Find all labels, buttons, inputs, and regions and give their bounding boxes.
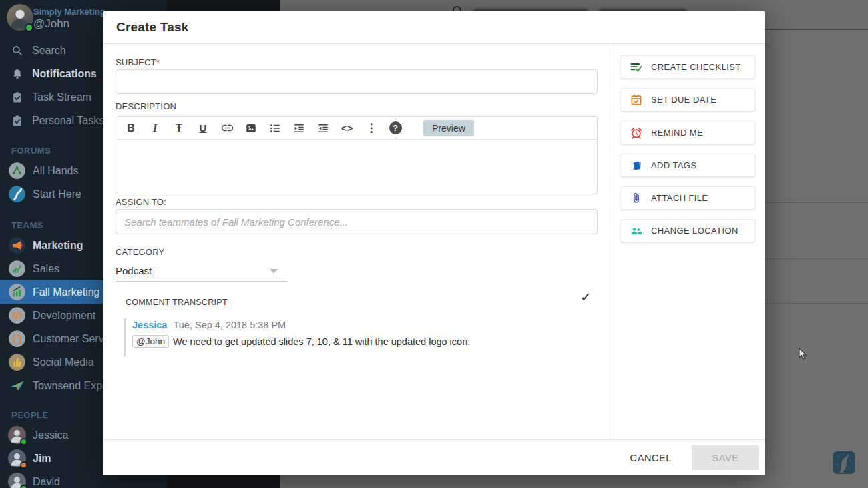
action-label: ATTACH FILE: [651, 193, 708, 203]
cancel-button[interactable]: CANCEL: [629, 447, 673, 469]
all-hands-icon: [8, 162, 26, 180]
comment-author-link[interactable]: Jessica: [132, 320, 167, 330]
help-button[interactable]: ?: [383, 118, 407, 138]
status-indicator: [20, 461, 27, 469]
thumb-up-icon: [8, 353, 26, 371]
sidebar-item-label: Sales: [33, 263, 59, 275]
remind-me-button[interactable]: REMIND ME: [620, 121, 755, 144]
bar-chart-icon: [8, 283, 26, 301]
description-editor: B I Ŧ U <> ⋮ ? Preview: [116, 116, 598, 194]
action-label: CREATE CHECKLIST: [651, 62, 741, 72]
comment-timestamp: Tue, Sep 4, 2018 5:38 PM: [173, 320, 286, 330]
indent-icon: [293, 122, 305, 134]
chevron-down-icon: [270, 269, 278, 274]
add-tags-button[interactable]: ADD TAGS: [620, 154, 755, 177]
link-button[interactable]: [215, 118, 239, 138]
more-button[interactable]: ⋮: [359, 118, 383, 138]
sidebar-item-label: Townsend Expo: [33, 380, 108, 392]
outdent-icon: [317, 122, 329, 134]
sidebar-item-label: Start Here: [33, 188, 81, 200]
description-label: DESCRIPTION: [116, 101, 176, 111]
action-label: SET DUE DATE: [651, 95, 716, 105]
bulleted-list-icon: [269, 122, 281, 134]
outdent-button[interactable]: [311, 118, 335, 138]
set-due-date-button[interactable]: SET DUE DATE: [620, 88, 755, 111]
action-label: REMIND ME: [651, 128, 703, 138]
start-here-icon: [8, 185, 26, 203]
sidebar-item-label: Jim: [33, 453, 51, 465]
sidebar-item-label: Jessica: [33, 429, 68, 441]
required-mark: *: [156, 57, 160, 67]
sidebar-item-label: Social Media: [33, 356, 94, 369]
subject-label: SUBJECT*: [116, 57, 160, 67]
preview-button[interactable]: Preview: [423, 120, 474, 136]
description-input[interactable]: [116, 140, 597, 194]
avatar: [8, 449, 26, 467]
create-task-modal: Create Task SUBJECT* DESCRIPTION B I Ŧ U…: [103, 11, 765, 475]
status-indicator: [20, 485, 27, 488]
bold-icon: B: [127, 122, 135, 134]
quote-bar: [124, 318, 126, 356]
avatar: [8, 473, 26, 488]
image-button[interactable]: [239, 118, 263, 138]
code-icon: [8, 306, 26, 324]
image-icon: [245, 122, 257, 134]
comment-body: @John We need to get updated slides 7, 1…: [132, 335, 470, 348]
strikethrough-button[interactable]: Ŧ: [167, 118, 191, 138]
underline-button[interactable]: U: [191, 118, 215, 138]
link-icon: [221, 121, 234, 134]
indent-button[interactable]: [287, 118, 311, 138]
personal-tasks-icon: [11, 115, 23, 127]
bold-button[interactable]: B: [119, 118, 143, 138]
user-handle: @John: [33, 17, 69, 31]
paper-plane-icon: [8, 377, 26, 395]
tags-icon: [630, 159, 643, 172]
category-label: CATEGORY: [116, 247, 164, 257]
assign-to-input[interactable]: [116, 209, 598, 234]
attach-file-button[interactable]: ATTACH FILE: [620, 186, 755, 210]
create-checklist-button[interactable]: CREATE CHECKLIST: [620, 55, 755, 79]
comment-meta: Jessica Tue, Sep 4, 2018 5:38 PM: [132, 320, 286, 330]
column-divider: [610, 44, 610, 439]
mention-chip[interactable]: @John: [132, 335, 169, 348]
bulleted-list-button[interactable]: [263, 118, 287, 138]
italic-icon: I: [153, 122, 157, 134]
status-indicator: [25, 23, 33, 32]
category-value: Podcast: [116, 265, 152, 276]
save-button[interactable]: SAVE: [692, 445, 759, 470]
more-icon: ⋮: [366, 121, 377, 135]
sales-chart-icon: [8, 260, 26, 278]
help-icon: ?: [389, 121, 402, 134]
change-location-button[interactable]: CHANGE LOCATION: [620, 219, 755, 242]
category-select[interactable]: Podcast: [116, 260, 287, 282]
status-indicator: [20, 438, 27, 445]
code-button[interactable]: <>: [335, 118, 359, 138]
workspace-name: Simply Marketing: [33, 7, 105, 17]
sidebar-item-label: Marketing: [33, 240, 83, 252]
modal-footer: CANCEL SAVE: [103, 439, 765, 475]
mouse-cursor: [799, 348, 807, 360]
sidebar-item-label: David: [33, 476, 60, 488]
sidebar-item-label: Notifications: [32, 68, 97, 80]
sidebar-item-label: Personal Tasks: [32, 115, 104, 127]
subject-input[interactable]: [116, 69, 598, 94]
assign-to-label: ASSIGN TO:: [116, 197, 166, 207]
italic-button[interactable]: I: [143, 118, 167, 138]
task-stream-icon: [11, 91, 23, 103]
bell-icon: [11, 68, 23, 80]
alarm-clock-icon: [630, 126, 643, 140]
action-label: CHANGE LOCATION: [651, 226, 738, 236]
modal-title: Create Task: [116, 20, 189, 35]
people-icon: [630, 224, 643, 238]
sidebar-item-label: All Hands: [33, 165, 78, 177]
modal-header: Create Task: [103, 11, 765, 44]
underline-icon: U: [200, 122, 207, 134]
paperclip-icon: [630, 192, 643, 205]
comment-transcript-heading: COMMENT TRANSCRIPT: [126, 298, 228, 307]
headset-icon: [8, 330, 26, 348]
sidebar-item-label: Task Stream: [32, 91, 91, 103]
check-icon[interactable]: ✓: [580, 289, 592, 305]
calendar-check-icon: [630, 93, 643, 107]
comment-message: We need to get updated slides 7, 10, & 1…: [173, 336, 470, 347]
strikethrough-icon: Ŧ: [176, 122, 182, 134]
